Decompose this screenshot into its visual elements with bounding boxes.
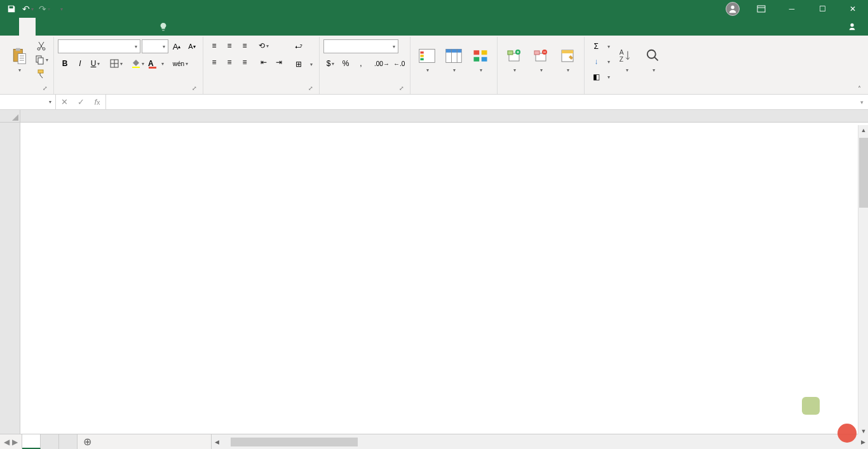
conditional-format-button[interactable]: ▾ xyxy=(414,38,440,80)
tab-view[interactable] xyxy=(118,18,135,36)
delete-icon xyxy=(531,46,551,66)
font-launcher[interactable]: ⤢ xyxy=(190,85,199,94)
cell-styles-icon xyxy=(470,46,491,66)
wrap-text-button[interactable]: ⮐ xyxy=(291,39,315,53)
tell-me-search[interactable] xyxy=(151,18,179,36)
cut-button[interactable] xyxy=(33,39,50,52)
hscroll-thumb[interactable] xyxy=(231,438,358,446)
fill-button[interactable]: ↓▾ xyxy=(588,55,613,69)
phonetic-button[interactable]: wén▾ xyxy=(172,57,189,70)
decrease-decimal-button[interactable]: ←.0 xyxy=(392,57,406,70)
tab-formulas[interactable] xyxy=(69,18,85,36)
user-account[interactable] xyxy=(717,2,745,16)
underline-button[interactable]: U▾ xyxy=(88,57,102,70)
format-cells-button[interactable]: ▾ xyxy=(555,38,580,80)
svg-rect-1 xyxy=(757,6,765,12)
format-painter-button[interactable] xyxy=(33,67,50,80)
minimize-button[interactable]: ─ xyxy=(778,0,806,18)
collapse-ribbon-button[interactable]: ˄ xyxy=(853,84,865,93)
new-sheet-button[interactable]: ⊕ xyxy=(78,434,97,449)
formula-bar-expand[interactable]: ▾ xyxy=(855,95,868,109)
insert-cells-button[interactable]: ▾ xyxy=(501,38,527,80)
tab-page-layout[interactable] xyxy=(52,18,69,36)
sheet-tab-2[interactable] xyxy=(41,434,59,449)
maximize-button[interactable]: ☐ xyxy=(808,0,836,18)
save-button[interactable] xyxy=(4,1,19,17)
align-launcher[interactable]: ⤢ xyxy=(306,85,315,94)
format-table-button[interactable]: ▾ xyxy=(441,38,466,80)
font-size-select[interactable]: ▾ xyxy=(142,39,168,53)
font-color-button[interactable]: A▾ xyxy=(147,57,165,70)
share-button[interactable] xyxy=(839,18,868,36)
italic-button[interactable]: I xyxy=(73,57,87,70)
percent-format-button[interactable]: % xyxy=(339,57,353,70)
vscroll-thumb[interactable] xyxy=(859,138,868,208)
name-box[interactable]: ▾ xyxy=(0,95,56,109)
align-right-button[interactable]: ≡ xyxy=(238,56,252,69)
decrease-indent-button[interactable]: ⇤ xyxy=(257,56,271,69)
sheet-tab-active[interactable] xyxy=(22,434,41,449)
tab-file[interactable] xyxy=(3,18,19,36)
paste-button[interactable]: ▾ xyxy=(6,38,32,80)
scroll-left-button[interactable]: ◀ xyxy=(212,437,222,447)
svg-point-0 xyxy=(731,6,734,9)
align-bottom-button[interactable]: ≡ xyxy=(238,39,252,52)
decrease-font-button[interactable]: A▾ xyxy=(185,40,199,53)
increase-decimal-button[interactable]: .00→ xyxy=(373,57,391,70)
find-select-button[interactable]: ▾ xyxy=(641,38,666,80)
wrap-icon: ⮐ xyxy=(294,41,304,51)
font-name-select[interactable]: ▾ xyxy=(58,39,140,53)
svg-text:A: A xyxy=(620,49,624,56)
svg-point-38 xyxy=(648,50,656,58)
cell-styles-button[interactable]: ▾ xyxy=(468,38,493,80)
select-all-cells[interactable] xyxy=(0,110,20,123)
horizontal-scrollbar[interactable]: ◀ ▶ xyxy=(211,434,868,449)
accounting-format-button[interactable]: $▾ xyxy=(323,57,337,70)
svg-rect-15 xyxy=(132,67,140,68)
close-button[interactable]: ✕ xyxy=(839,0,867,18)
delete-cells-button[interactable]: ▾ xyxy=(528,38,553,80)
tab-review[interactable] xyxy=(102,18,118,36)
align-center-button[interactable]: ≡ xyxy=(222,56,236,69)
redo-button[interactable]: ↷▾ xyxy=(37,1,52,17)
tab-insert[interactable] xyxy=(36,18,52,36)
bold-button[interactable]: B xyxy=(58,57,72,70)
autosum-button[interactable]: Σ▾ xyxy=(588,39,613,53)
fill-color-button[interactable]: ▾ xyxy=(130,57,146,70)
clipboard-launcher[interactable]: ⤢ xyxy=(41,85,50,94)
align-top-button[interactable]: ≡ xyxy=(207,39,221,52)
sheet-nav-prev[interactable]: ◀ xyxy=(4,438,10,446)
svg-rect-17 xyxy=(421,51,424,54)
svg-point-8 xyxy=(43,48,45,50)
scroll-up-button[interactable]: ▲ xyxy=(858,125,868,135)
ribbon-options-icon[interactable] xyxy=(747,0,775,18)
svg-point-3 xyxy=(850,23,853,27)
align-middle-button[interactable]: ≡ xyxy=(222,39,236,52)
qat-customize[interactable]: ▾ xyxy=(53,1,69,17)
formula-cancel-button[interactable]: ✕ xyxy=(56,97,72,107)
copy-button[interactable]: ▾ xyxy=(33,53,50,66)
vertical-scrollbar[interactable]: ▲ ▼ xyxy=(858,125,868,436)
tab-home[interactable] xyxy=(19,18,36,36)
border-button[interactable]: ▾ xyxy=(109,57,124,70)
tab-data[interactable] xyxy=(85,18,102,36)
number-launcher[interactable]: ⤢ xyxy=(397,85,406,94)
sheet-nav-next[interactable]: ▶ xyxy=(12,438,18,446)
svg-point-7 xyxy=(37,48,40,50)
formula-bar-input[interactable] xyxy=(106,95,855,109)
clear-button[interactable]: ◧▾ xyxy=(588,70,613,84)
merge-center-button[interactable]: ⊞▾ xyxy=(291,57,315,71)
align-left-button[interactable]: ≡ xyxy=(207,56,221,69)
increase-indent-button[interactable]: ⇥ xyxy=(272,56,286,69)
insert-function-button[interactable]: fx xyxy=(89,97,105,107)
format-table-icon xyxy=(444,46,464,66)
formula-enter-button[interactable]: ✓ xyxy=(72,97,89,107)
tab-help[interactable] xyxy=(135,18,151,36)
sort-filter-button[interactable]: AZ ▾ xyxy=(614,38,639,80)
comma-format-button[interactable]: , xyxy=(354,57,368,70)
sheet-tab-3[interactable] xyxy=(59,434,78,449)
orientation-button[interactable]: ⟲▾ xyxy=(257,39,271,52)
increase-font-button[interactable]: A▴ xyxy=(170,40,184,53)
undo-button[interactable]: ↶▾ xyxy=(20,1,36,17)
number-format-select[interactable]: ▾ xyxy=(323,39,398,53)
